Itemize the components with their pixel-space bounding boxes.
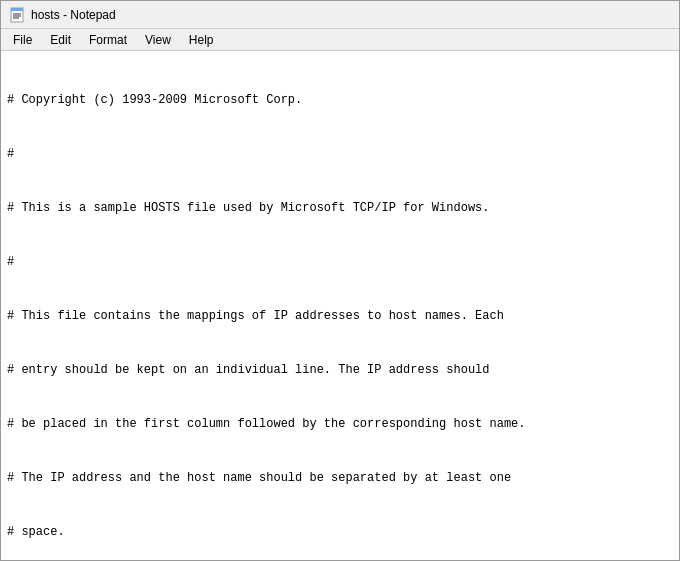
line-2: # <box>7 145 673 163</box>
line-1: # Copyright (c) 1993-2009 Microsoft Corp… <box>7 91 673 109</box>
format-menu[interactable]: Format <box>81 31 135 49</box>
notepad-icon <box>9 7 25 23</box>
line-3: # This is a sample HOSTS file used by Mi… <box>7 199 673 217</box>
window-title: hosts - Notepad <box>31 8 116 22</box>
line-6: # entry should be kept on an individual … <box>7 361 673 379</box>
help-menu[interactable]: Help <box>181 31 222 49</box>
title-bar: hosts - Notepad <box>1 1 679 29</box>
text-body: # Copyright (c) 1993-2009 Microsoft Corp… <box>7 55 673 560</box>
line-7: # be placed in the first column followed… <box>7 415 673 433</box>
line-8: # The IP address and the host name shoul… <box>7 469 673 487</box>
line-4: # <box>7 253 673 271</box>
edit-menu[interactable]: Edit <box>42 31 79 49</box>
text-editor[interactable]: # Copyright (c) 1993-2009 Microsoft Corp… <box>1 51 679 560</box>
file-menu[interactable]: File <box>5 31 40 49</box>
line-9: # space. <box>7 523 673 541</box>
svg-rect-1 <box>11 8 23 11</box>
line-5: # This file contains the mappings of IP … <box>7 307 673 325</box>
notepad-window: hosts - Notepad File Edit Format View He… <box>0 0 680 561</box>
menu-bar: File Edit Format View Help <box>1 29 679 51</box>
view-menu[interactable]: View <box>137 31 179 49</box>
